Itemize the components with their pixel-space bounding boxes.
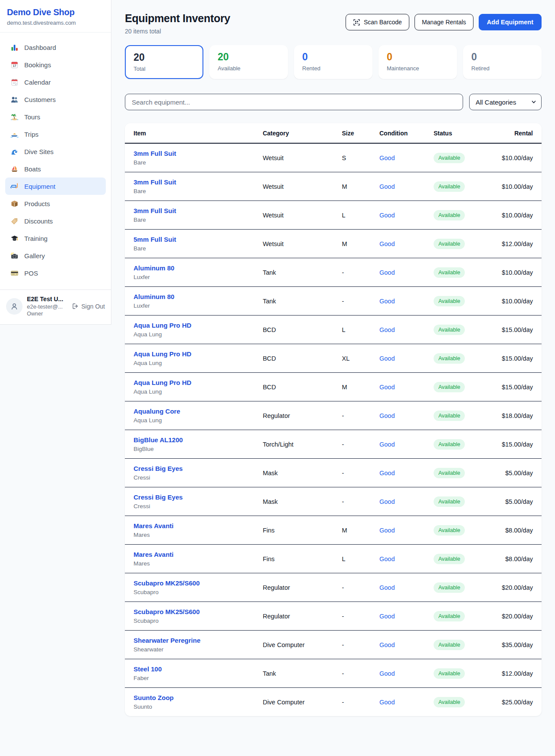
condition-link[interactable]: Good <box>379 613 395 620</box>
item-link[interactable]: Shearwater Peregrine <box>134 637 200 644</box>
stat-card-maintenance[interactable]: 0 Maintenance <box>379 45 457 79</box>
rental-price: $10.00/day <box>487 258 542 287</box>
stat-card-retired[interactable]: 0 Retired <box>463 45 542 79</box>
condition-link[interactable]: Good <box>379 470 395 477</box>
condition-link[interactable]: Good <box>379 298 395 305</box>
item-link[interactable]: Aqua Lung Pro HD <box>134 322 191 329</box>
status-badge: Available <box>434 325 465 335</box>
item-category: Mask <box>254 459 333 487</box>
condition-link[interactable]: Good <box>379 555 395 562</box>
condition-link[interactable]: Good <box>379 355 395 362</box>
rental-price: $5.00/day <box>487 459 542 487</box>
sidebar-item-discounts[interactable]: Discounts <box>5 212 106 230</box>
status-badge: Available <box>434 210 465 220</box>
item-size: M <box>333 516 370 545</box>
condition-link[interactable]: Good <box>379 183 395 190</box>
manage-rentals-button[interactable]: Manage Rentals <box>415 14 473 30</box>
item-link[interactable]: 3mm Full Suit <box>134 150 176 157</box>
condition-link[interactable]: Good <box>379 527 395 534</box>
sidebar-item-training[interactable]: Training <box>5 230 106 247</box>
condition-link[interactable]: Good <box>379 240 395 247</box>
item-link[interactable]: Aqua Lung Pro HD <box>134 379 191 386</box>
table-row: Cressi Big Eyes Cressi Mask - Good Avail… <box>125 487 542 516</box>
item-link[interactable]: Scubapro MK25/S600 <box>134 608 200 615</box>
qr-scan-icon <box>353 19 360 26</box>
user-email: e2e-tester@... <box>27 303 67 310</box>
calendar-tear-icon <box>10 78 19 86</box>
sidebar-item-label: Discounts <box>24 217 53 225</box>
sidebar-item-equipment[interactable]: Equipment <box>5 177 106 195</box>
sidebar-item-gallery[interactable]: Gallery <box>5 247 106 264</box>
item-link[interactable]: Aqua Lung Pro HD <box>134 350 191 358</box>
users-icon <box>10 95 19 104</box>
condition-link[interactable]: Good <box>379 699 395 706</box>
item-link[interactable]: 3mm Full Suit <box>134 178 176 186</box>
condition-link[interactable]: Good <box>379 326 395 333</box>
item-link[interactable]: Suunto Zoop <box>134 694 173 701</box>
item-link[interactable]: Cressi Big Eyes <box>134 493 183 501</box>
sidebar-item-trips[interactable]: Trips <box>5 125 106 143</box>
sidebar-item-products[interactable]: Products <box>5 195 106 212</box>
sidebar-item-bookings[interactable]: Bookings <box>5 56 106 73</box>
item-brand: Suunto <box>134 703 245 710</box>
condition-link[interactable]: Good <box>379 641 395 648</box>
stat-value: 0 <box>387 51 449 63</box>
item-brand: Bare <box>134 188 245 194</box>
user-role: Owner <box>27 311 67 317</box>
scan-barcode-button[interactable]: Scan Barcode <box>346 14 409 30</box>
rental-price: $25.00/day <box>487 688 542 717</box>
item-link[interactable]: Scubapro MK25/S600 <box>134 579 200 587</box>
logout-icon <box>72 302 79 310</box>
sidebar-item-customers[interactable]: Customers <box>5 91 106 108</box>
sidebar-item-boats[interactable]: Boats <box>5 160 106 177</box>
item-brand: Luxfer <box>134 274 245 280</box>
item-link[interactable]: Mares Avanti <box>134 522 173 529</box>
condition-link[interactable]: Good <box>379 498 395 505</box>
column-header-rental: Rental <box>487 123 542 143</box>
condition-link[interactable]: Good <box>379 269 395 276</box>
rental-price: $5.00/day <box>487 487 542 516</box>
sidebar-item-pos[interactable]: POS <box>5 264 106 282</box>
sidebar-item-calendar[interactable]: Calendar <box>5 73 106 91</box>
add-equipment-button[interactable]: Add Equipment <box>479 14 542 30</box>
stat-card-available[interactable]: 20 Available <box>209 45 288 79</box>
category-select[interactable]: All Categories <box>469 94 542 110</box>
stat-label: Rented <box>302 65 364 72</box>
item-category: Regulator <box>254 401 333 430</box>
item-link[interactable]: 3mm Full Suit <box>134 207 176 214</box>
page-header: Equipment Inventory 20 items total Scan … <box>125 12 542 35</box>
item-brand: Aqua Lung <box>134 360 245 366</box>
status-badge: Available <box>434 496 465 507</box>
condition-link[interactable]: Good <box>379 212 395 219</box>
condition-link[interactable]: Good <box>379 412 395 419</box>
item-link[interactable]: Aluminum 80 <box>134 264 174 272</box>
stat-card-total[interactable]: 20 Total <box>125 45 203 79</box>
stat-card-rented[interactable]: 0 Rented <box>294 45 372 79</box>
search-input[interactable] <box>125 94 463 110</box>
condition-link[interactable]: Good <box>379 670 395 677</box>
item-link[interactable]: Mares Avanti <box>134 551 173 558</box>
status-badge: Available <box>434 353 465 364</box>
sidebar-item-label: Trips <box>24 131 39 138</box>
item-category: Dive Computer <box>254 688 333 717</box>
item-link[interactable]: BigBlue AL1200 <box>134 436 183 444</box>
item-link[interactable]: 5mm Full Suit <box>134 236 176 243</box>
condition-link[interactable]: Good <box>379 384 395 391</box>
sidebar-item-tours[interactable]: Tours <box>5 108 106 125</box>
item-link[interactable]: Cressi Big Eyes <box>134 465 183 472</box>
rental-price: $10.00/day <box>487 143 542 172</box>
sign-out-button[interactable]: Sign Out <box>72 302 105 310</box>
condition-link[interactable]: Good <box>379 154 395 161</box>
condition-link[interactable]: Good <box>379 441 395 448</box>
island-icon <box>10 113 19 121</box>
item-link[interactable]: Aluminum 80 <box>134 293 174 300</box>
rental-price: $8.00/day <box>487 545 542 573</box>
item-link[interactable]: Steel 100 <box>134 665 162 673</box>
item-link[interactable]: Aqualung Core <box>134 408 180 415</box>
condition-link[interactable]: Good <box>379 584 395 591</box>
item-brand: Aqua Lung <box>134 331 245 338</box>
sidebar-item-dive-sites[interactable]: Dive Sites <box>5 143 106 160</box>
sidebar-item-dashboard[interactable]: Dashboard <box>5 39 106 56</box>
item-brand: Aqua Lung <box>134 417 245 424</box>
dive-mask-icon <box>10 182 19 191</box>
